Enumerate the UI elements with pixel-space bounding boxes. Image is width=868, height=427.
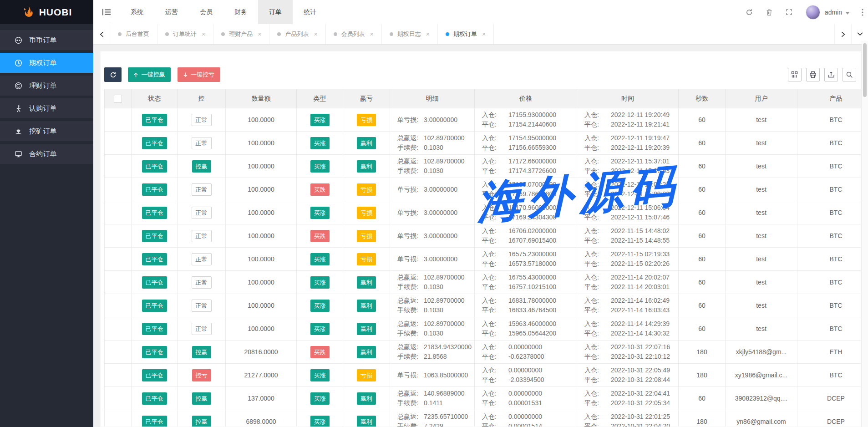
tab-product-list[interactable]: 产品列表×: [269, 24, 325, 44]
more-vertical-icon[interactable]: [858, 9, 867, 16]
chevron-down-icon[interactable]: [845, 8, 850, 16]
seconds-cell: 60: [679, 224, 726, 248]
type-badge: 买跌: [310, 183, 330, 196]
kv-value: 2022-11-15 02:19:33: [611, 249, 670, 259]
sidebar-item-coin-orders[interactable]: 币币订单: [0, 30, 93, 50]
price-cell: 入仓:0.00000000平仓:-2.03394500: [475, 364, 577, 387]
control-lose-button[interactable]: 一键控亏: [178, 67, 220, 82]
close-icon[interactable]: ×: [482, 30, 486, 38]
refresh-table-button[interactable]: [104, 67, 122, 82]
status-badge: 已平仓: [142, 276, 167, 289]
sidebar-collapse-icon[interactable]: [93, 0, 120, 24]
sidebar-item-options-orders[interactable]: 期权订单: [0, 53, 93, 73]
time-out: 平仓:2022-11-14 14:30:32: [584, 329, 678, 338]
person-icon: [15, 105, 23, 112]
search-button[interactable]: [843, 68, 856, 81]
tab-options-orders[interactable]: 期权订单×: [438, 24, 494, 44]
control-badge[interactable]: 控赢: [192, 392, 211, 405]
status-badge: 已平仓: [142, 392, 167, 405]
nav-item-operation[interactable]: 运营: [154, 0, 189, 24]
pnl-cell: 亏损: [343, 364, 390, 387]
close-icon[interactable]: ×: [202, 30, 205, 38]
control-badge[interactable]: 正常: [192, 276, 212, 289]
export-icon: [827, 71, 835, 78]
type-cell: 买涨: [297, 317, 343, 341]
sidebar-item-subscribe-orders[interactable]: 认购订单: [0, 98, 93, 118]
tab-home[interactable]: 后台首页: [110, 24, 157, 44]
nav-item-stats[interactable]: 统计: [293, 0, 327, 24]
control-badge[interactable]: 正常: [192, 300, 212, 312]
control-badge[interactable]: 正常: [192, 323, 212, 335]
tab-order-stats[interactable]: 订单统计×: [157, 24, 213, 44]
control-badge[interactable]: 正常: [192, 230, 212, 242]
sidebar-item-mining-orders[interactable]: 挖矿订单: [0, 121, 93, 141]
status-badge: 已平仓: [142, 137, 167, 149]
tab-label: 后台首页: [126, 30, 149, 38]
detail-line: 手续费:7.2429: [397, 422, 474, 427]
sidebar-item-wealth-orders[interactable]: 理财订单: [0, 76, 93, 96]
kv-value: 17168.07000000: [508, 180, 556, 189]
export-button[interactable]: [824, 68, 838, 81]
control-win-button[interactable]: 一键控赢: [128, 67, 171, 82]
kv-label: 平仓:: [584, 143, 611, 152]
nav-item-finance[interactable]: 财务: [223, 0, 258, 24]
pnl-badge: 赢利: [357, 300, 376, 312]
kv-label: 入仓:: [584, 180, 611, 189]
control-badge[interactable]: 正常: [192, 207, 212, 219]
control-badge[interactable]: 正常: [192, 137, 212, 149]
columns-button[interactable]: [788, 68, 802, 81]
print-button[interactable]: [806, 68, 820, 81]
time-in: 入仓:2022-11-14 14:29:39: [584, 319, 678, 329]
detail-line: 总赢返:140.96889000: [397, 389, 474, 398]
control-badge[interactable]: 正常: [192, 253, 212, 265]
control-badge[interactable]: 控赢: [192, 346, 211, 358]
kv-label: 平仓:: [482, 236, 508, 245]
select-all-checkbox[interactable]: [114, 95, 122, 103]
close-icon[interactable]: ×: [314, 30, 317, 38]
tab-scroll-right-icon[interactable]: [834, 24, 851, 44]
kv-value: 0.00001514: [508, 422, 542, 427]
monitor-icon: [15, 150, 23, 158]
kv-value: 0.1030: [424, 166, 443, 176]
refresh-icon[interactable]: [739, 0, 759, 24]
time-in: 入仓:2022-12-11 15:08:32: [584, 180, 678, 189]
scrollbar-thumb[interactable]: [863, 43, 867, 97]
table-row: 已平仓控赢137.0000买涨赢利总赢返:140.96889000手续费:0.1…: [105, 387, 862, 410]
select-all-header: [105, 89, 132, 108]
control-badge[interactable]: 控赢: [192, 416, 211, 427]
kv-value: 0.1030: [424, 282, 443, 292]
tab-options-log[interactable]: 期权日志×: [382, 24, 438, 44]
user-name[interactable]: admin: [825, 9, 842, 16]
control-cell: 正常: [178, 108, 226, 132]
row-select-cell: [105, 271, 132, 294]
control-badge[interactable]: 控赢: [192, 160, 211, 173]
kv-label: 手续费:: [397, 398, 424, 408]
column-header: 明细: [390, 89, 475, 108]
sidebar-item-contract-orders[interactable]: 合约订单: [0, 144, 93, 164]
user-cell: test: [726, 271, 797, 294]
nav-item-order[interactable]: 订单: [258, 0, 293, 24]
user-avatar[interactable]: [806, 5, 820, 20]
close-icon[interactable]: ×: [370, 30, 374, 38]
column-header: 时间: [577, 89, 679, 108]
type-badge: 买涨: [310, 276, 330, 289]
tab-dot: [334, 32, 337, 36]
order-table-body: 已平仓正常100.0000买涨亏损单亏损:3.00000000入仓:17155.…: [105, 108, 862, 427]
page-scrollbar[interactable]: [862, 41, 868, 427]
control-badge[interactable]: 正常: [192, 114, 212, 126]
control-badge[interactable]: 控亏: [192, 369, 211, 381]
trash-icon[interactable]: [759, 0, 779, 24]
tab-member-list[interactable]: 会员列表×: [326, 24, 382, 44]
control-badge[interactable]: 正常: [192, 183, 212, 196]
kv-label: 平仓:: [482, 213, 508, 222]
tab-scroll-left-icon[interactable]: [93, 24, 110, 44]
kv-label: 入仓:: [584, 157, 611, 166]
fullscreen-icon[interactable]: [779, 0, 799, 24]
tab-dot: [118, 32, 122, 36]
tab-wealth-products[interactable]: 理财产品×: [213, 24, 269, 44]
nav-item-system[interactable]: 系统: [120, 0, 154, 24]
close-icon[interactable]: ×: [426, 30, 430, 38]
detail-cell: 总赢返:7235.65710000手续费:7.2429: [390, 410, 475, 427]
nav-item-member[interactable]: 会员: [189, 0, 223, 24]
close-icon[interactable]: ×: [258, 30, 261, 38]
